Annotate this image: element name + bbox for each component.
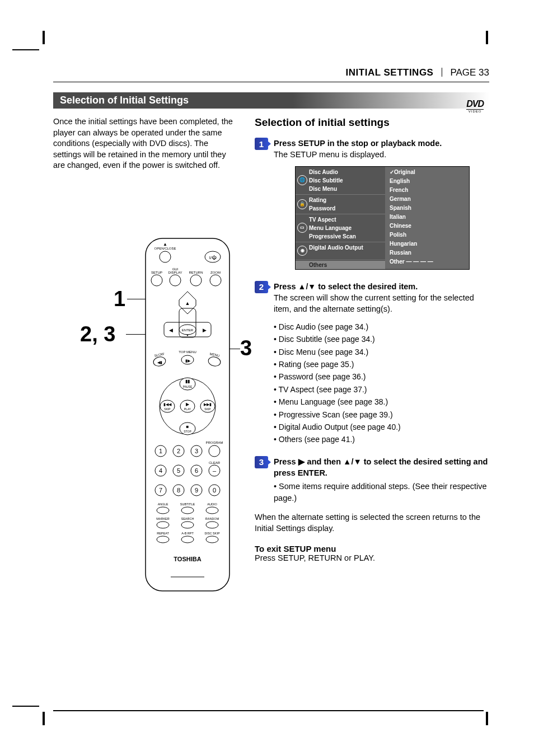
remote-control-figure: 1 2, 3 3 OPEN/CLOSE ▲ I/⏻ SETU bbox=[53, 236, 238, 594]
step-3: 3 Press ▶ and then ▲/▼ to select the des… bbox=[255, 456, 489, 504]
tv-icon: ▭ bbox=[297, 223, 307, 233]
manual-page: INITIAL SETTINGS PAGE 33 Selection of In… bbox=[0, 0, 534, 756]
menu-option: French bbox=[390, 186, 469, 195]
svg-text:ANGLE: ANGLE bbox=[158, 503, 168, 506]
step-2-body: The screen will show the current setting… bbox=[274, 293, 474, 313]
svg-text:A-B RPT: A-B RPT bbox=[181, 532, 194, 535]
svg-text:8: 8 bbox=[177, 487, 180, 494]
header-page-number: PAGE 33 bbox=[450, 67, 489, 78]
menu-item: Progressive Scan bbox=[309, 232, 385, 241]
list-item: TV Aspect (see page 37.) bbox=[274, 383, 489, 396]
setup-menu-left-column: 🌐 Disc Audio Disc Subtitle Disc Menu 🔒 R… bbox=[296, 167, 385, 269]
step-1-headline: Press SETUP in the stop or playback mode… bbox=[274, 139, 442, 148]
menu-item: TV Aspect bbox=[309, 215, 385, 224]
svg-text:MARKER: MARKER bbox=[156, 517, 170, 520]
remote-brand: TOSHIBA bbox=[174, 556, 201, 562]
svg-text:▶▶▮: ▶▶▮ bbox=[204, 402, 212, 406]
crop-mark bbox=[43, 31, 45, 44]
footer-rule bbox=[53, 710, 484, 711]
step-3-headline-mid: and then bbox=[305, 457, 343, 466]
svg-text:▮▶: ▮▶ bbox=[185, 359, 191, 363]
svg-text:RANDOM: RANDOM bbox=[205, 517, 219, 520]
section-title-bar: Selection of Initial Settings bbox=[53, 92, 489, 109]
list-item: Disc Audio (see page 34.) bbox=[274, 321, 489, 333]
menu-item: Password bbox=[309, 204, 385, 213]
svg-text:0: 0 bbox=[213, 487, 216, 494]
svg-text:2: 2 bbox=[177, 448, 180, 454]
step-badge-3: 3 bbox=[255, 456, 268, 468]
step-2: 2 Press ▲/▼ to select the desired item. … bbox=[255, 281, 489, 315]
dvd-video-logo: DVD VIDEO bbox=[466, 100, 484, 113]
exit-body: Press SETUP, RETURN or PLAY. bbox=[255, 553, 489, 562]
step-badge-2: 2 bbox=[255, 281, 268, 293]
header-section-title: INITIAL SETTINGS bbox=[346, 67, 434, 78]
svg-text:SETUP: SETUP bbox=[151, 271, 162, 274]
intro-paragraph: Once the initial settings have been comp… bbox=[53, 116, 238, 171]
svg-text:I/⏻: I/⏻ bbox=[209, 255, 217, 260]
menu-option: Hungarian bbox=[390, 240, 469, 248]
crop-mark bbox=[486, 31, 488, 44]
svg-text:9: 9 bbox=[195, 487, 198, 494]
menu-item: Disc Menu bbox=[309, 185, 385, 193]
svg-text:TOP MENU: TOP MENU bbox=[179, 350, 196, 354]
svg-text:◀: ◀ bbox=[169, 327, 173, 333]
callout-2-3: 2, 3 bbox=[80, 322, 115, 346]
svg-text:–: – bbox=[213, 467, 217, 474]
svg-text:REPEAT: REPEAT bbox=[157, 532, 169, 535]
exit-heading: To exit SETUP menu bbox=[255, 544, 489, 553]
svg-text:7: 7 bbox=[159, 487, 162, 494]
menu-option: Other — — — — bbox=[390, 257, 469, 266]
svg-text:▮◀◀: ▮◀◀ bbox=[163, 402, 172, 406]
dvd-logo-bottom: VIDEO bbox=[466, 110, 484, 113]
svg-text:◀▮: ◀▮ bbox=[157, 360, 162, 364]
svg-text:4: 4 bbox=[159, 467, 162, 474]
step-1: 1 Press SETUP in the stop or playback mo… bbox=[255, 138, 489, 161]
crop-mark bbox=[43, 712, 45, 725]
step-1-body: The SETUP menu is displayed. bbox=[274, 150, 386, 159]
menu-item: Menu Language bbox=[309, 224, 385, 232]
right-arrow-icon: ▶ bbox=[298, 457, 305, 466]
header-divider bbox=[442, 68, 442, 77]
svg-text:AUDIO: AUDIO bbox=[207, 503, 217, 506]
lock-icon: 🔒 bbox=[297, 199, 307, 209]
crop-mark bbox=[12, 49, 39, 50]
menu-option: Spanish bbox=[390, 204, 469, 213]
svg-text:SKIP: SKIP bbox=[164, 407, 171, 411]
up-down-arrow-icon: ▲/▼ bbox=[298, 282, 316, 291]
list-item: Digital Audio Output (see page 40.) bbox=[274, 421, 489, 433]
svg-text:▶: ▶ bbox=[203, 327, 207, 333]
menu-option: English bbox=[390, 177, 469, 186]
svg-text:DISPLAY: DISPLAY bbox=[168, 271, 182, 274]
menu-option: Polish bbox=[390, 231, 469, 240]
svg-text:PLAY: PLAY bbox=[184, 407, 191, 411]
step-2-headline-pre: Press bbox=[274, 282, 298, 291]
menu-item: Rating bbox=[309, 196, 385, 204]
menu-item: Digital Audio Output bbox=[309, 243, 385, 252]
svg-text:▶: ▶ bbox=[186, 402, 190, 407]
menu-option: German bbox=[390, 195, 469, 204]
list-item: Disc Subtitle (see page 34.) bbox=[274, 333, 489, 345]
step-badge-1: 1 bbox=[255, 138, 268, 150]
label-open-close: OPEN/CLOSE bbox=[154, 247, 176, 250]
crop-mark bbox=[12, 706, 39, 707]
globe-icon: 🌐 bbox=[297, 175, 307, 185]
list-item: Progressive Scan (see page 39.) bbox=[274, 408, 489, 421]
step-2-headline-post: to select the desired item. bbox=[316, 282, 418, 291]
svg-text:CLEAR: CLEAR bbox=[209, 461, 221, 464]
svg-text:■: ■ bbox=[186, 424, 189, 429]
svg-text:3: 3 bbox=[195, 448, 198, 454]
list-item: Others (see page 41.) bbox=[274, 433, 489, 445]
svg-text:1: 1 bbox=[159, 448, 162, 454]
menu-option: Chinese bbox=[390, 222, 469, 231]
svg-text:SKIP: SKIP bbox=[204, 407, 211, 411]
dvd-logo-top: DVD bbox=[466, 100, 484, 110]
crop-mark bbox=[486, 712, 488, 725]
list-item: Password (see page 36.) bbox=[274, 370, 489, 383]
svg-text:PAUSE: PAUSE bbox=[183, 385, 193, 388]
list-item: Menu Language (see page 38.) bbox=[274, 396, 489, 408]
svg-text:5: 5 bbox=[177, 467, 180, 474]
menu-option: Italian bbox=[390, 213, 469, 222]
up-down-arrow-icon: ▲/▼ bbox=[343, 457, 362, 466]
svg-text:RETURN: RETURN bbox=[189, 271, 203, 274]
menu-item-others: Others bbox=[296, 260, 385, 269]
